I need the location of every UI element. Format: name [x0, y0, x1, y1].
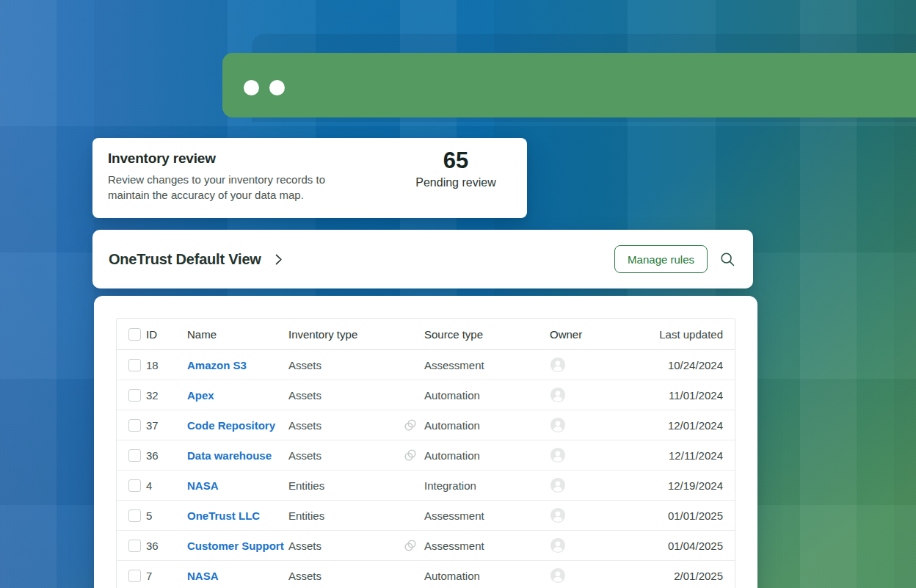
- inventory-review-card: Inventory review Review changes to your …: [92, 138, 527, 218]
- row-checkbox[interactable]: [128, 570, 141, 582]
- row-source-type: Automation: [424, 389, 480, 402]
- inventory-table: ID Name Inventory type Source type Owner…: [116, 318, 735, 588]
- manage-rules-button[interactable]: Manage rules: [614, 245, 708, 273]
- stat-label: Pending review: [390, 176, 522, 189]
- row-id: 36: [146, 449, 187, 462]
- row-checkbox[interactable]: [128, 419, 141, 432]
- row-checkbox[interactable]: [128, 359, 141, 371]
- row-name-link[interactable]: Customer Support: [187, 540, 284, 552]
- owner-avatar-icon: [550, 387, 566, 403]
- row-source-type: Automation: [424, 419, 480, 432]
- inventory-table-card: ID Name Inventory type Source type Owner…: [94, 296, 757, 588]
- row-last-updated: 12/01/2024: [630, 419, 735, 432]
- row-last-updated: 01/01/2025: [630, 509, 735, 522]
- row-id: 4: [146, 479, 187, 492]
- window-control-dot[interactable]: [269, 80, 285, 95]
- row-inventory-type: Assets: [288, 359, 403, 371]
- row-name-link[interactable]: NASA: [187, 479, 219, 492]
- row-inventory-type: Assets: [288, 389, 403, 402]
- row-source-type: Assessment: [424, 540, 484, 552]
- select-all-checkbox[interactable]: [128, 328, 141, 341]
- table-header-row: ID Name Inventory type Source type Owner…: [117, 319, 735, 350]
- row-inventory-type: Assets: [288, 449, 403, 462]
- row-inventory-type: Entities: [288, 479, 403, 492]
- row-source-type: Integration: [424, 479, 476, 492]
- row-checkbox[interactable]: [128, 389, 141, 402]
- column-header-source-type[interactable]: Source type: [403, 328, 550, 341]
- view-bar: OneTrust Default View Manage rules: [92, 230, 753, 288]
- window-title-bar: [222, 53, 916, 117]
- row-id: 37: [146, 419, 187, 432]
- row-name-link[interactable]: NASA: [187, 570, 219, 582]
- stat-value: 65: [390, 148, 522, 174]
- row-name-link[interactable]: OneTrust LLC: [187, 509, 260, 522]
- row-checkbox[interactable]: [128, 540, 141, 552]
- window-control-dot[interactable]: [244, 80, 259, 95]
- row-inventory-type: Assets: [288, 570, 403, 582]
- row-name-link[interactable]: Amazon S3: [187, 359, 247, 371]
- row-last-updated: 11/01/2024: [630, 389, 735, 402]
- linked-icon: [403, 538, 418, 553]
- row-last-updated: 12/19/2024: [630, 479, 735, 492]
- column-header-inventory-type[interactable]: Inventory type: [288, 328, 403, 341]
- row-inventory-type: Entities: [288, 509, 403, 522]
- linked-icon: [403, 418, 418, 432]
- owner-avatar-icon: [550, 357, 566, 373]
- row-id: 32: [146, 389, 187, 402]
- table-row: 7 NASA Assets Automation 2/01/2025: [117, 561, 735, 588]
- table-row: 18 Amazon S3 Assets Assessment 10/24/202…: [117, 350, 735, 380]
- table-row: 5 OneTrust LLC Entities Assessment 01/01…: [117, 501, 735, 531]
- column-header-id[interactable]: ID: [146, 328, 187, 341]
- owner-avatar-icon: [550, 417, 566, 433]
- table-row: 36 Customer Support Assets Assessment 01…: [117, 531, 735, 561]
- search-icon[interactable]: [719, 251, 735, 267]
- row-name-link[interactable]: Data warehouse: [187, 449, 272, 462]
- row-name-link[interactable]: Apex: [187, 389, 214, 402]
- row-id: 5: [146, 509, 187, 522]
- column-header-last-updated[interactable]: Last updated: [630, 328, 735, 341]
- view-title: OneTrust Default View: [109, 251, 261, 268]
- column-header-owner[interactable]: Owner: [550, 328, 630, 341]
- row-id: 18: [146, 359, 187, 371]
- row-id: 36: [146, 540, 187, 552]
- row-inventory-type: Assets: [288, 540, 403, 552]
- row-source-type: Automation: [424, 449, 480, 462]
- owner-avatar-icon: [550, 477, 566, 493]
- row-last-updated: 10/24/2024: [630, 359, 735, 371]
- chevron-right-icon: [272, 253, 285, 266]
- row-last-updated: 01/04/2025: [630, 540, 735, 552]
- pending-review-stat: 65 Pending review: [390, 148, 522, 189]
- row-source-type: Assessment: [424, 509, 484, 522]
- card-title: Inventory review: [108, 150, 379, 167]
- row-checkbox[interactable]: [128, 449, 141, 462]
- row-checkbox[interactable]: [128, 509, 141, 522]
- row-checkbox[interactable]: [128, 479, 141, 492]
- row-source-type: Assessment: [424, 359, 484, 371]
- owner-avatar-icon: [550, 537, 566, 553]
- column-header-name[interactable]: Name: [187, 328, 288, 341]
- table-row: 32 Apex Assets Automation 11/01/2024: [117, 380, 735, 410]
- row-last-updated: 2/01/2025: [630, 570, 735, 582]
- owner-avatar-icon: [550, 567, 566, 584]
- owner-avatar-icon: [550, 507, 566, 523]
- linked-icon: [403, 448, 418, 462]
- row-last-updated: 12/11/2024: [630, 449, 735, 462]
- view-selector[interactable]: OneTrust Default View: [109, 251, 285, 268]
- table-body: 18 Amazon S3 Assets Assessment 10/24/202…: [117, 350, 735, 588]
- owner-avatar-icon: [550, 447, 566, 463]
- row-name-link[interactable]: Code Repository: [187, 419, 275, 432]
- desktop-background: Inventory review Review changes to your …: [0, 0, 916, 588]
- row-inventory-type: Assets: [288, 419, 403, 432]
- table-row: 36 Data warehouse Assets Automation 12/1…: [117, 440, 735, 471]
- row-source-type: Automation: [424, 570, 480, 582]
- table-row: 4 NASA Entities Integration 12/19/2024: [117, 471, 735, 501]
- table-row: 37 Code Repository Assets Automation 12/…: [117, 410, 735, 440]
- row-id: 7: [146, 570, 187, 582]
- card-description: Review changes to your inventory records…: [108, 172, 366, 203]
